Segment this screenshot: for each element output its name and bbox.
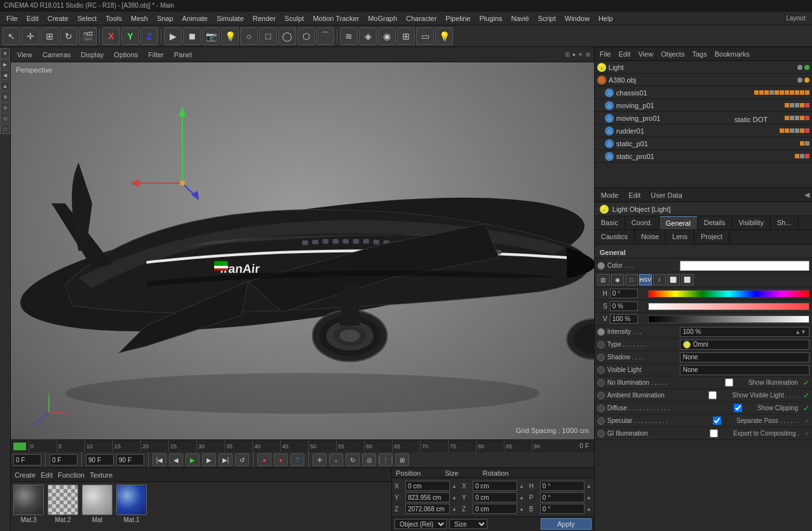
menu-simulate[interactable]: Simulate xyxy=(213,13,248,24)
mat-menu-texture[interactable]: Texture xyxy=(90,471,112,479)
frame-current-input[interactable] xyxy=(50,454,78,465)
gi-checkbox[interactable] xyxy=(710,429,718,438)
tree-row-rudder01[interactable]: △ rudder01 xyxy=(595,125,812,137)
menu-snap[interactable]: Snap xyxy=(153,13,177,24)
color-tool-hsv[interactable]: HSV xyxy=(639,274,652,286)
s-value-box[interactable]: 0 % xyxy=(610,301,638,311)
coord-mode-select[interactable]: Object (Rel) World xyxy=(395,519,447,529)
intensity-toggle[interactable] xyxy=(597,328,605,336)
props-collapse-btn[interactable]: ◀ xyxy=(804,191,809,199)
menu-select[interactable]: Select xyxy=(74,13,101,24)
tree-row-static-p01[interactable]: △ static_p01 xyxy=(595,137,812,150)
transport-key4[interactable]: ↻ xyxy=(346,453,360,466)
vp-menu-filter[interactable]: Filter xyxy=(145,50,166,60)
menu-window[interactable]: Window xyxy=(561,13,593,24)
tool-sphere[interactable]: ◯ xyxy=(278,27,296,45)
ambient-toggle[interactable] xyxy=(597,392,605,399)
v-value-box[interactable]: 100 % xyxy=(610,314,638,324)
color-tool-3[interactable]: □ xyxy=(625,274,638,286)
menu-create[interactable]: Create xyxy=(44,13,72,24)
tool-spline[interactable]: ⌒ xyxy=(316,27,334,45)
menu-render[interactable]: Render xyxy=(249,13,280,24)
menu-navie[interactable]: Navié xyxy=(508,13,533,24)
diffuse-toggle[interactable] xyxy=(597,404,605,412)
rp-bookmarks[interactable]: Bookmarks xyxy=(712,49,752,59)
left-btn-6[interactable]: ⊖ xyxy=(0,102,10,113)
tree-row-a380[interactable]: □ A380.obj xyxy=(595,74,812,86)
transport-add-key[interactable]: ✛ xyxy=(313,453,327,466)
visible-light-value[interactable]: None xyxy=(680,365,809,375)
vp-menu-display[interactable]: Display xyxy=(78,50,106,60)
tab-noise[interactable]: Noise xyxy=(635,230,666,244)
shadow-toggle[interactable] xyxy=(597,354,605,361)
color-value-box[interactable] xyxy=(680,261,809,271)
tool-deformer[interactable]: ≋ xyxy=(340,27,358,45)
tool-cylinder[interactable]: ⬡ xyxy=(297,27,315,45)
pos-y-input[interactable] xyxy=(405,492,450,502)
tab-visibility[interactable]: Visibility xyxy=(732,216,771,230)
transport-next[interactable]: ▶ xyxy=(202,453,216,466)
mat-menu-function[interactable]: Function xyxy=(58,471,85,479)
tool-z[interactable]: Z xyxy=(140,27,158,45)
mode-btn-mode[interactable]: Mode xyxy=(597,190,623,200)
color-tool-1[interactable]: ▥ xyxy=(597,274,610,286)
rot-p-input[interactable] xyxy=(540,492,585,502)
menu-pipeline[interactable]: Pipeline xyxy=(442,13,474,24)
tab-details[interactable]: Details xyxy=(698,216,733,230)
pos-z-input[interactable] xyxy=(405,504,450,514)
rp-file[interactable]: File xyxy=(597,49,614,59)
tool-record[interactable]: ⏹ xyxy=(183,27,201,45)
vp-menu-cameras[interactable]: Cameras xyxy=(40,50,74,60)
tree-row-light[interactable]: 💡 Light xyxy=(595,61,812,74)
material-mat2[interactable]: Mat.2 xyxy=(48,485,78,523)
vp-menu-panel[interactable]: Panel xyxy=(172,50,194,60)
size-y-input[interactable] xyxy=(473,492,517,502)
tree-row-chassis01[interactable]: △ chassis01 xyxy=(595,86,812,99)
left-btn-2[interactable]: ▶ xyxy=(0,59,10,69)
tab-general[interactable]: General xyxy=(660,216,698,230)
menu-plugins[interactable]: Plugins xyxy=(475,13,506,24)
rp-view[interactable]: View xyxy=(635,49,656,59)
pos-x-input[interactable] xyxy=(405,481,450,491)
tree-row-moving-p01[interactable]: △ moving_p01 xyxy=(595,99,812,112)
tool-generator[interactable]: ◈ xyxy=(359,27,377,45)
tab-lens[interactable]: Lens xyxy=(666,230,694,244)
specular-toggle[interactable] xyxy=(597,417,605,425)
type-toggle[interactable] xyxy=(597,341,605,348)
menu-script[interactable]: Script xyxy=(534,13,560,24)
tab-project[interactable]: Project xyxy=(694,230,729,244)
menu-tools[interactable]: Tools xyxy=(102,13,126,24)
specular-checkbox[interactable] xyxy=(713,417,721,425)
menu-file[interactable]: File xyxy=(3,13,22,24)
tool-light2[interactable]: 💡 xyxy=(221,27,239,45)
transport-end2[interactable]: ⊞ xyxy=(395,453,409,466)
v-slider-bar[interactable] xyxy=(648,315,809,323)
mode-btn-edit[interactable]: Edit xyxy=(625,190,644,200)
mode-btn-userdata[interactable]: User Data xyxy=(647,190,686,200)
transport-help[interactable]: ? xyxy=(290,453,304,466)
frame-start-input[interactable] xyxy=(13,454,41,465)
transport-end[interactable]: ▶| xyxy=(219,453,233,466)
transport-key1[interactable]: ● xyxy=(257,453,271,466)
vp-menu-options[interactable]: Options xyxy=(111,50,140,60)
tool-grid[interactable]: ⊞ xyxy=(397,27,415,45)
left-btn-3[interactable]: ◀ xyxy=(0,70,10,80)
menu-mograph[interactable]: MoGraph xyxy=(364,13,401,24)
tool-null[interactable]: ○ xyxy=(240,27,258,45)
rot-b-input[interactable] xyxy=(540,504,585,514)
gi-toggle[interactable] xyxy=(597,430,605,438)
tool-camera[interactable]: 📷 xyxy=(202,27,220,45)
vp-menu-view[interactable]: View xyxy=(15,50,35,60)
transport-dots[interactable]: ⋮⋮⋮ xyxy=(379,453,393,466)
menu-character[interactable]: Character xyxy=(402,13,440,24)
material-mat[interactable]: Mat xyxy=(82,485,112,523)
color-tool-5[interactable]: I xyxy=(653,274,666,286)
color-tool-6[interactable]: ⬜ xyxy=(667,274,680,286)
apply-button[interactable]: Apply xyxy=(541,518,592,530)
menu-motion-tracker[interactable]: Motion Tracker xyxy=(309,13,363,24)
tool-scale[interactable]: ⊞ xyxy=(41,27,58,45)
frame-end-input[interactable] xyxy=(86,454,114,465)
transport-rewind[interactable]: |◀ xyxy=(152,453,166,466)
tool-y[interactable]: Y xyxy=(121,27,139,45)
tab-basic[interactable]: Basic xyxy=(595,216,625,230)
